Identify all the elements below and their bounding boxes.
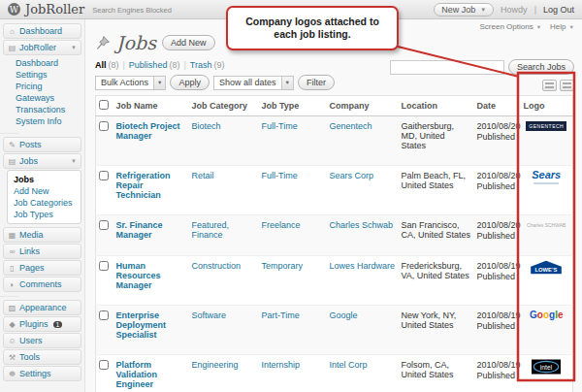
sidebar-item-links[interactable]: ∞Links bbox=[3, 244, 81, 259]
job-type-link[interactable]: Full-Time bbox=[262, 121, 298, 131]
job-location-cell: San Francisco, CA, United States bbox=[399, 215, 474, 256]
sidebar-subitem-pricing[interactable]: Pricing bbox=[16, 81, 84, 92]
row-checkbox[interactable] bbox=[99, 360, 109, 370]
view-filter-trash: Trash(9) bbox=[179, 60, 224, 70]
wordpress-logo-icon[interactable]: W bbox=[8, 3, 20, 16]
sidebar-subitem-job-types[interactable]: Job Types bbox=[14, 209, 75, 220]
sidebar-item-posts[interactable]: ✎Posts bbox=[3, 137, 81, 152]
annotation-callout: Company logos attached to each job listi… bbox=[226, 6, 399, 50]
bulk-actions-label: Bulk Actions bbox=[96, 78, 153, 87]
date-filter-select[interactable]: Show all dates ▼ bbox=[213, 76, 294, 90]
column-header-job-type[interactable]: Job Type bbox=[259, 96, 327, 116]
job-logo-cell: intel bbox=[521, 355, 573, 392]
job-category-link[interactable]: Featured, Finance bbox=[192, 220, 230, 240]
sidebar-item-comments[interactable]: ◗Comments bbox=[3, 277, 81, 292]
job-name-link[interactable]: Refrigeration Repair Technician bbox=[116, 171, 171, 200]
company-link[interactable]: Charles Schwab bbox=[330, 220, 394, 230]
sidebar-subitem-system-info[interactable]: System Info bbox=[16, 115, 84, 127]
help-tab[interactable]: Help ▼ bbox=[550, 22, 574, 31]
add-new-button[interactable]: Add New bbox=[162, 35, 215, 50]
job-status: Published bbox=[477, 272, 518, 281]
view-filter-link[interactable]: All bbox=[95, 60, 107, 70]
row-checkbox[interactable] bbox=[99, 261, 109, 271]
column-header-job-category[interactable]: Job Category bbox=[189, 96, 259, 116]
job-type-link[interactable]: Temporary bbox=[262, 261, 304, 271]
job-category-cell: Biotech bbox=[189, 116, 259, 166]
sidebar-item-label: Appearance bbox=[19, 303, 67, 312]
company-link[interactable]: Genentech bbox=[330, 121, 372, 131]
view-filter-link[interactable]: Trash bbox=[190, 60, 212, 70]
select-all-checkbox[interactable] bbox=[99, 100, 109, 110]
company-link[interactable]: Lowes Hardware bbox=[330, 261, 396, 271]
column-header-job-name[interactable]: Job Name bbox=[113, 96, 189, 116]
sidebar-item-dashboard[interactable]: ⌂Dashboard bbox=[3, 23, 81, 39]
job-category-cell: Construction bbox=[189, 256, 259, 306]
column-header-company[interactable]: Company bbox=[327, 96, 399, 116]
sidebar-item-pages[interactable]: ▯Pages bbox=[3, 260, 81, 276]
sidebar-subitem-settings[interactable]: Settings bbox=[16, 69, 84, 81]
sidebar-subitem-job-categories[interactable]: Job Categories bbox=[14, 197, 75, 209]
bulk-actions-select[interactable]: Bulk Actions ▼ bbox=[95, 76, 166, 90]
svg-text:intel: intel bbox=[540, 364, 553, 371]
sidebar-item-jobs[interactable]: ▤Jobs▼ bbox=[3, 153, 81, 169]
company-link[interactable]: Sears Corp bbox=[330, 171, 374, 180]
help-label: Help bbox=[550, 22, 566, 31]
job-category-link[interactable]: Biotech bbox=[192, 121, 221, 131]
search-jobs-button[interactable]: Search Jobs bbox=[508, 59, 574, 75]
job-type-cell: Internship bbox=[259, 355, 327, 392]
job-status: Published bbox=[477, 181, 518, 191]
row-checkbox[interactable] bbox=[99, 171, 109, 180]
job-type-link[interactable]: Part-Time bbox=[262, 310, 300, 320]
row-checkbox[interactable] bbox=[99, 121, 109, 131]
log-out-link[interactable]: Log Out bbox=[543, 5, 574, 15]
sidebar-item-jobroller[interactable]: ▤JobRoller▼ bbox=[3, 40, 81, 55]
job-category-link[interactable]: Retail bbox=[192, 171, 214, 180]
sidebar-item-label: Tools bbox=[19, 352, 40, 362]
job-name-link[interactable]: Sr. Finance Manager bbox=[116, 220, 163, 240]
new-job-dropdown[interactable]: New Job ▼ bbox=[434, 3, 494, 16]
column-header-location[interactable]: Location bbox=[399, 96, 474, 116]
main-content: Screen Options ▼ Help ▼ Jobs Add New Sea… bbox=[85, 19, 582, 392]
job-type-cell: Freelance bbox=[259, 215, 327, 256]
sidebar-item-media[interactable]: ▦Media bbox=[3, 227, 81, 243]
job-category-link[interactable]: Software bbox=[192, 310, 227, 320]
sidebar-subitem-gateways[interactable]: Gateways bbox=[16, 92, 84, 104]
filter-button[interactable]: Filter bbox=[298, 75, 335, 90]
job-name-link[interactable]: Platform Validation Engineer bbox=[116, 360, 158, 389]
job-category-link[interactable]: Construction bbox=[192, 261, 242, 271]
sidebar-item-settings[interactable]: ☸Settings bbox=[3, 366, 81, 381]
intel-logo: intel bbox=[532, 367, 561, 376]
row-checkbox[interactable] bbox=[99, 310, 109, 320]
sidebar-subitem-add-new[interactable]: Add New bbox=[14, 185, 75, 197]
job-location-cell: Fredericksburg, VA, United States bbox=[399, 256, 474, 306]
job-location-cell: Palm Beach, FL, United States bbox=[399, 166, 474, 215]
job-name-link[interactable]: Human Resources Manager bbox=[116, 261, 161, 290]
sidebar-item-plugins[interactable]: ◆Plugins1 bbox=[3, 316, 81, 332]
site-title[interactable]: JobRoller bbox=[25, 2, 84, 16]
sidebar-item-appearance[interactable]: ▨Appearance bbox=[3, 300, 81, 315]
company-link[interactable]: Intel Corp bbox=[330, 360, 368, 370]
sidebar-item-tools[interactable]: ⚒Tools bbox=[3, 349, 81, 365]
column-header-logo[interactable]: Logo bbox=[521, 96, 573, 116]
job-type-link[interactable]: Full-Time bbox=[262, 171, 298, 180]
job-name-link[interactable]: Enterprise Deployment Specialist bbox=[116, 310, 167, 340]
job-type-link[interactable]: Freelance bbox=[262, 220, 301, 230]
screen-options-tab[interactable]: Screen Options ▼ bbox=[480, 22, 542, 31]
column-header-date[interactable]: Date bbox=[474, 96, 521, 116]
sidebar-item-users[interactable]: ☺Users bbox=[3, 333, 81, 348]
company-link[interactable]: Google bbox=[330, 310, 358, 320]
job-type-link[interactable]: Internship bbox=[262, 360, 301, 370]
search-engines-blocked-notice: Search Engines Blocked bbox=[92, 6, 172, 15]
job-name-link[interactable]: Biotech Project Manager bbox=[116, 121, 180, 141]
row-checkbox[interactable] bbox=[99, 220, 109, 230]
apply-button[interactable]: Apply bbox=[170, 75, 210, 90]
job-category-link[interactable]: Engineering bbox=[192, 360, 239, 370]
sidebar-subitem-transactions[interactable]: Transactions bbox=[16, 104, 84, 115]
view-filter-link[interactable]: Published bbox=[129, 60, 168, 70]
job-category-cell: Engineering bbox=[189, 355, 259, 392]
list-view-icon[interactable] bbox=[542, 80, 557, 91]
sidebar-subitem-jobs[interactable]: Jobs bbox=[14, 174, 75, 185]
excerpt-view-icon[interactable] bbox=[560, 80, 574, 91]
sidebar-subitem-dashboard[interactable]: Dashboard bbox=[16, 57, 84, 69]
search-input[interactable] bbox=[390, 60, 504, 75]
